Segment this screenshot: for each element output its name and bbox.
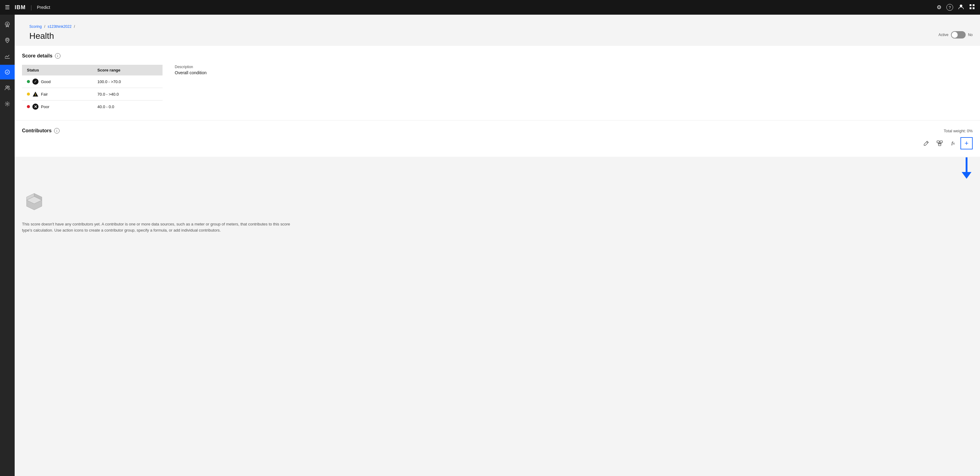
active-toggle: Active No [939,31,973,38]
col-range: Score range [92,65,162,75]
apps-icon[interactable] [969,4,975,11]
warning-icon: ! [32,91,38,97]
contributors-card: Contributors i Total weight: 0% [15,121,980,157]
top-nav: ☰ IBM | Predict ⚙ ? [0,0,980,15]
contributors-title: Contributors [22,128,52,134]
empty-state: This score doesn't have any contributors… [15,179,980,245]
formula-button[interactable]: fx [947,137,959,150]
status-cell-good: ✓ Good [22,75,92,88]
empty-box-icon [22,191,46,216]
score-details-info-icon[interactable]: i [55,53,60,59]
score-table-container: Status Score range ✓ Good [22,65,162,113]
svg-point-5 [7,24,8,25]
sidebar [0,15,15,476]
contributors-header-left: Contributors i [22,128,60,134]
hamburger-icon[interactable]: ☰ [5,4,10,11]
score-table: Status Score range ✓ Good [22,65,162,113]
nav-right: ⚙ ? [937,4,975,11]
col-status: Status [22,65,92,75]
score-details-layout: Status Score range ✓ Good [22,65,973,113]
blue-arrow-indicator [961,158,973,179]
main-content: Scoring / s123think2022 / Health Active … [15,15,980,476]
description-value: Overall condition [175,70,207,75]
contributors-info-icon[interactable]: i [54,128,60,134]
range-fair: 70.0 - >40.0 [92,88,162,100]
edit-button[interactable] [920,137,932,150]
app-name: Predict [37,5,50,10]
dot-yellow [27,92,30,96]
svg-rect-4 [973,7,975,9]
svg-rect-3 [970,7,972,9]
status-label-fair: Fair [41,92,48,97]
svg-rect-16 [939,144,941,146]
arrow-container [15,158,980,179]
score-details-card: Score details i Status Score range [15,46,980,120]
breadcrumb-scoring[interactable]: Scoring [29,24,42,29]
x-icon: ✕ [32,103,38,110]
check-icon: ✓ [32,78,38,84]
status-label-good: Good [41,80,51,84]
svg-point-8 [6,86,8,88]
arrow-shaft [966,158,967,172]
total-weight: Total weight: 0% [943,129,973,133]
arrow-head [962,172,972,179]
breadcrumb-project[interactable]: s123think2022 [48,24,72,29]
settings-icon[interactable]: ⚙ [937,4,942,11]
description-panel: Description Overall condition [175,65,207,113]
svg-rect-14 [937,141,939,143]
status-cell-poor: ✕ Poor [22,100,92,113]
svg-point-9 [8,86,10,88]
range-poor: 40.0 - 0.0 [92,100,162,113]
score-details-title: Score details [22,53,52,59]
range-good: 100.0 - >70.0 [92,75,162,88]
svg-rect-1 [970,4,972,6]
description-label: Description [175,65,207,69]
score-details-header: Score details i [22,53,973,59]
breadcrumb: Scoring / s123think2022 / [22,19,973,31]
ibm-logo: IBM [15,4,25,11]
active-toggle-switch[interactable] [951,31,966,38]
add-icon: + [965,140,969,146]
help-icon[interactable]: ? [947,4,953,11]
table-row: ! Fair 70.0 - >40.0 [22,88,162,100]
group-button[interactable] [934,137,946,150]
svg-point-6 [6,39,8,41]
svg-line-13 [926,142,928,143]
breadcrumb-sep-1: / [44,24,45,29]
page-header: Scoring / s123think2022 / Health Active … [15,15,980,46]
page-title: Health [22,31,61,41]
sidebar-item-scoring[interactable] [0,65,15,80]
dot-red [27,105,30,108]
svg-point-0 [960,5,962,7]
sidebar-item-settings[interactable] [0,97,15,111]
svg-rect-15 [940,141,942,143]
user-icon[interactable] [958,4,964,11]
sidebar-item-location[interactable] [0,33,15,48]
svg-point-10 [7,103,8,105]
active-toggle-label: Active [939,33,948,37]
sidebar-item-chart[interactable] [0,49,15,64]
breadcrumb-sep-2: / [74,24,75,29]
svg-text:!: ! [35,93,36,97]
status-cell-fair: ! Fair [22,88,92,100]
dot-green [27,80,30,83]
nav-divider: | [30,4,32,11]
toggle-knob [951,32,958,38]
sidebar-item-rocket[interactable] [0,17,15,32]
sidebar-item-people[interactable] [0,81,15,96]
add-contributor-button[interactable]: + [961,137,973,150]
empty-state-text: This score doesn't have any contributors… [22,221,297,233]
table-row: ✕ Poor 40.0 - 0.0 [22,100,162,113]
active-toggle-state: No [968,33,973,37]
svg-rect-2 [973,4,975,6]
status-label-poor: Poor [41,105,49,109]
table-row: ✓ Good 100.0 - >70.0 [22,75,162,88]
